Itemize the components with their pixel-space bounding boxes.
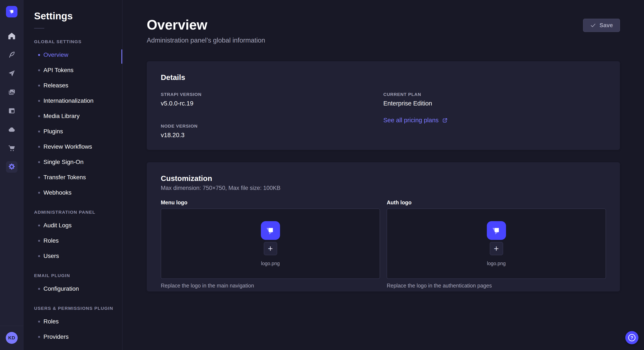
main-nav-rail: KD bbox=[0, 0, 24, 350]
sidebar-item-label: Plugins bbox=[44, 128, 63, 135]
settings-sidebar: Settings GLOBAL SETTINGS Overview API To… bbox=[24, 0, 122, 350]
auth-logo-preview bbox=[487, 221, 506, 240]
sidebar-item-label: Internationalization bbox=[44, 97, 94, 104]
details-card: Details STRAPI VERSION v5.0.0-rc.19 NODE… bbox=[147, 61, 620, 150]
customization-card: Customization Max dimension: 750×750, Ma… bbox=[147, 162, 620, 292]
home-icon[interactable] bbox=[6, 30, 18, 42]
current-plan-value: Enterprise Edition bbox=[383, 100, 606, 107]
sidebar-item-overview[interactable]: Overview bbox=[24, 47, 122, 62]
menu-logo-add-button[interactable]: + bbox=[264, 242, 277, 255]
bullet-icon bbox=[38, 69, 40, 71]
sidebar-item-label: Roles bbox=[44, 318, 59, 325]
menu-logo-caption: Replace the logo in the main navigation bbox=[161, 283, 380, 289]
bullet-icon bbox=[38, 224, 40, 226]
rail-divider bbox=[0, 326, 23, 326]
rail-nav-items bbox=[6, 30, 18, 173]
user-avatar[interactable]: KD bbox=[6, 332, 18, 344]
page-header: Overview Administration panel’s global i… bbox=[147, 17, 620, 44]
save-button[interactable]: Save bbox=[583, 19, 620, 32]
section-global-settings: GLOBAL SETTINGS bbox=[34, 39, 122, 44]
auth-logo-add-button[interactable]: + bbox=[490, 242, 503, 255]
page-subtitle: Administration panel’s global informatio… bbox=[147, 37, 265, 44]
strapi-version-value: v5.0.0-rc.19 bbox=[161, 100, 383, 107]
bullet-icon bbox=[38, 131, 40, 133]
main-content: Overview Administration panel’s global i… bbox=[122, 0, 644, 350]
sidebar-item-label: Providers bbox=[44, 334, 68, 340]
sidebar-title: Settings bbox=[34, 10, 122, 22]
section-email-plugin: EMAIL PLUGIN bbox=[34, 273, 122, 278]
sidebar-item-webhooks[interactable]: Webhooks bbox=[24, 185, 122, 200]
strapi-logo-icon bbox=[8, 8, 15, 15]
plus-icon: + bbox=[494, 244, 499, 253]
settings-gear-icon[interactable] bbox=[6, 161, 18, 173]
customization-card-title: Customization bbox=[161, 174, 606, 183]
bullet-icon bbox=[38, 115, 40, 117]
bullet-icon bbox=[38, 321, 40, 323]
details-grid: STRAPI VERSION v5.0.0-rc.19 NODE VERSION… bbox=[161, 92, 606, 139]
section-users-permissions-plugin: USERS & PERMISSIONS PLUGIN bbox=[34, 306, 122, 311]
paper-plane-icon[interactable] bbox=[6, 68, 18, 79]
sidebar-item-email-configuration[interactable]: Configuration bbox=[24, 281, 122, 296]
pricing-plans-link[interactable]: See all pricing plans bbox=[383, 117, 448, 124]
external-link-icon bbox=[442, 117, 448, 124]
sidebar-item-admin-roles[interactable]: Roles bbox=[24, 233, 122, 248]
current-plan-field: CURRENT PLAN Enterprise Edition bbox=[383, 92, 606, 107]
help-button[interactable]: ? bbox=[625, 331, 638, 344]
menu-logo-filename: logo.png bbox=[261, 261, 280, 266]
sidebar-item-label: Single Sign-On bbox=[44, 159, 84, 166]
cloud-icon[interactable] bbox=[6, 124, 18, 135]
sidebar-item-media-library[interactable]: Media Library bbox=[24, 108, 122, 124]
sidebar-item-label: API Tokens bbox=[44, 67, 74, 74]
bullet-icon bbox=[38, 336, 40, 338]
sidebar-item-label: Transfer Tokens bbox=[44, 174, 86, 181]
bullet-icon bbox=[38, 288, 40, 290]
strapi-logo[interactable] bbox=[6, 6, 18, 17]
sidebar-item-api-tokens[interactable]: API Tokens bbox=[24, 62, 122, 78]
sidebar-item-releases[interactable]: Releases bbox=[24, 78, 122, 93]
auth-logo-caption: Replace the logo in the authentication p… bbox=[387, 283, 606, 289]
sidebar-item-review-workflows[interactable]: Review Workflows bbox=[24, 139, 122, 154]
bullet-icon bbox=[38, 192, 40, 194]
sidebar-item-label: Configuration bbox=[44, 285, 79, 292]
sidebar-item-internationalization[interactable]: Internationalization bbox=[24, 93, 122, 108]
strapi-logo-icon bbox=[491, 225, 502, 236]
sidebar-item-audit-logs[interactable]: Audit Logs bbox=[24, 218, 122, 233]
sidebar-item-single-sign-on[interactable]: Single Sign-On bbox=[24, 154, 122, 170]
details-card-title: Details bbox=[161, 73, 606, 82]
menu-logo-label: Menu logo bbox=[161, 199, 380, 206]
bullet-icon bbox=[38, 176, 40, 178]
sidebar-item-transfer-tokens[interactable]: Transfer Tokens bbox=[24, 170, 122, 185]
node-version-value: v18.20.3 bbox=[161, 132, 383, 139]
strapi-logo-icon bbox=[265, 225, 276, 236]
sidebar-item-label: Roles bbox=[44, 237, 59, 244]
bullet-icon bbox=[38, 240, 40, 242]
strapi-version-label: STRAPI VERSION bbox=[161, 92, 383, 97]
sidebar-item-plugins[interactable]: Plugins bbox=[24, 124, 122, 139]
check-icon bbox=[590, 22, 596, 28]
sidebar-item-admin-users[interactable]: Users bbox=[24, 248, 122, 264]
active-item-indicator bbox=[122, 49, 122, 64]
node-version-label: NODE VERSION bbox=[161, 124, 383, 129]
cart-icon[interactable] bbox=[6, 143, 18, 154]
bullet-icon bbox=[38, 161, 40, 163]
logo-upload-row: Menu logo + logo.png Replace the logo in… bbox=[161, 199, 606, 289]
customization-card-subtitle: Max dimension: 750×750, Max file size: 1… bbox=[161, 185, 606, 191]
bullet-icon bbox=[38, 255, 40, 257]
media-library-icon[interactable] bbox=[6, 86, 18, 98]
page-title: Overview bbox=[147, 17, 265, 33]
menu-logo-preview bbox=[261, 221, 280, 240]
strapi-version-field: STRAPI VERSION v5.0.0-rc.19 bbox=[161, 92, 383, 107]
feather-icon[interactable] bbox=[6, 49, 18, 60]
node-version-field: NODE VERSION v18.20.3 bbox=[161, 124, 383, 139]
bullet-icon bbox=[38, 54, 40, 56]
auth-logo-upload-box[interactable]: + logo.png bbox=[387, 209, 606, 279]
bullet-icon bbox=[38, 146, 40, 148]
sidebar-item-label: Users bbox=[44, 253, 59, 259]
sidebar-item-up-providers[interactable]: Providers bbox=[24, 329, 122, 345]
sidebar-item-up-roles[interactable]: Roles bbox=[24, 314, 122, 329]
layout-icon[interactable] bbox=[6, 105, 18, 117]
question-mark-icon: ? bbox=[628, 334, 636, 341]
current-plan-label: CURRENT PLAN bbox=[383, 92, 606, 97]
menu-logo-upload-box[interactable]: + logo.png bbox=[161, 209, 380, 279]
bullet-icon bbox=[38, 85, 40, 87]
